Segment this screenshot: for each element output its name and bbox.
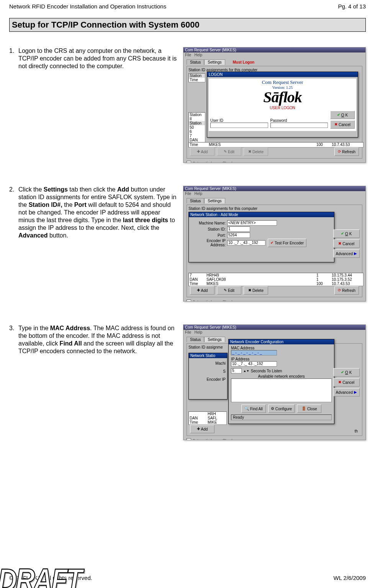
menu-file[interactable]: File — [185, 192, 191, 196]
add-button[interactable]: ✚Add — [190, 147, 215, 156]
crs-logo-text: Com Request Server — [210, 79, 355, 85]
password-label: Password — [270, 118, 328, 123]
cell: DAN — [190, 138, 204, 142]
minus-icon: ✖ — [248, 150, 251, 154]
encoder-ip-input[interactable]: 10 ._7 ._43 ._192 — [227, 240, 265, 246]
auto-logon-label: Automatic Logon Check — [193, 439, 233, 441]
port-input[interactable]: 5264 — [227, 233, 250, 238]
seconds-input[interactable]: 5 — [231, 368, 242, 373]
password-input[interactable] — [270, 123, 328, 128]
auto-logon-checkbox[interactable] — [187, 161, 191, 163]
edit-button[interactable]: ✎Edit — [217, 286, 241, 295]
col-station: Station — [190, 74, 204, 78]
check-icon: ✔ — [337, 113, 340, 117]
check-icon: ✔ — [341, 232, 344, 236]
section-title: Setup for TCP/IP Connection with System … — [9, 18, 366, 32]
close-button[interactable]: 🚪Close — [297, 405, 321, 413]
encoder-ip-label: Encoder IP Address: — [191, 239, 226, 247]
doc-title: Network RFID Encoder Installation and Op… — [9, 3, 166, 10]
delete-button[interactable]: ✖Delete — [244, 286, 268, 295]
dialog-title: Network Statio — [189, 353, 227, 358]
tab-settings[interactable]: Settings — [204, 337, 225, 342]
cancel-button[interactable]: ✖Cancel — [330, 120, 355, 129]
cell: HRH49 — [206, 273, 316, 277]
add-button[interactable]: ✚Add — [190, 425, 215, 433]
menu-help[interactable]: Help — [194, 192, 202, 196]
userid-input[interactable] — [210, 123, 268, 128]
seconds-label: Seconds To Listen — [251, 369, 282, 373]
cell: Station — [190, 121, 204, 125]
tab-status[interactable]: Status — [187, 59, 204, 65]
cell: 1 — [316, 277, 332, 282]
cell: 6 — [190, 129, 204, 134]
available-encoders-list[interactable] — [231, 378, 332, 402]
cell: SAFLOK08 — [206, 277, 316, 282]
auto-logon-checkbox[interactable] — [187, 438, 191, 440]
refresh-button[interactable]: ⟳Refresh — [334, 286, 359, 295]
encoder-config-dialog: Network Encoder Configuration MAC Addres… — [228, 339, 334, 424]
menu-file[interactable]: File — [185, 53, 191, 57]
cancel-button[interactable]: ✖Cancel — [333, 239, 360, 248]
page-number: Pg. 4 of 13 — [338, 3, 366, 10]
cell: 1 — [316, 273, 332, 277]
find-all-button[interactable]: 🔍Find All — [241, 405, 266, 413]
edit-button[interactable]: ✎Edit — [217, 147, 241, 156]
available-encoders-label: Available network encoders — [231, 374, 332, 378]
tab-status[interactable]: Status — [187, 337, 204, 342]
pencil-icon: ✎ — [224, 150, 227, 154]
ip-address-label: IP Address — [231, 357, 332, 361]
cancel-button[interactable]: ✖Cancel — [333, 378, 360, 387]
ok-button[interactable]: ✔OKOK — [333, 229, 360, 238]
mac-address-label: MAC Address — [231, 346, 332, 350]
close-icon: ✖ — [338, 242, 341, 246]
col-time: Time — [190, 78, 204, 82]
machine-name-input[interactable]: <NEW ENTRY> — [227, 220, 277, 226]
plus-icon: ✚ — [197, 150, 200, 154]
cell: DAN — [190, 416, 208, 420]
th-fragment: th — [353, 429, 360, 433]
delete-button[interactable]: ✖Delete — [244, 147, 268, 156]
dialog-title: Network Station - Add Mode — [189, 212, 334, 217]
chevron-right-icon: ▶ — [354, 252, 357, 256]
ip-address-input[interactable]: 10 ._7 ._ 43 ._192 — [231, 361, 277, 367]
encoder-ip-label-fragment: Encoder IP — [190, 377, 226, 382]
refresh-icon: ⟳ — [338, 288, 341, 292]
user-logon-label: USER LOGON — [210, 106, 355, 110]
status-bar: Ready — [231, 414, 332, 420]
tab-settings[interactable]: Settings — [204, 59, 225, 65]
cell: DAN — [190, 277, 206, 282]
advanced-button[interactable]: Advanced▶ — [333, 249, 360, 258]
ok-button[interactable]: ✔OOKK — [330, 111, 355, 119]
footer-date: WL 2/6/2009 — [334, 575, 366, 581]
port-label: Port: — [191, 233, 226, 237]
test-encoder-button[interactable]: ✔Test For Encoder — [268, 239, 306, 247]
cell: 10.175.3.44 — [332, 273, 362, 277]
station-id-label: Station ID: — [191, 227, 226, 231]
close-icon: ✖ — [338, 380, 341, 384]
close-icon: ✖ — [334, 123, 337, 126]
tab-settings[interactable]: Settings — [204, 198, 225, 203]
menu-file[interactable]: File — [185, 330, 191, 334]
mac-address-input[interactable]: _ - _ - _ - _ - _ - _ — [231, 350, 277, 355]
screenshot-step2: Com Request Server (MIKES) File Help Sta… — [183, 186, 366, 301]
menu-help[interactable]: Help — [194, 53, 202, 57]
add-button[interactable]: ✚Add — [190, 286, 215, 295]
window-title: Com Request Server (MIKES) — [183, 325, 365, 330]
machine-name-label: Machine Name: — [191, 221, 226, 225]
configure-button[interactable]: ⚙Configure — [268, 405, 295, 413]
auto-logon-checkbox[interactable] — [187, 300, 191, 301]
plus-icon: ✚ — [197, 427, 200, 431]
cell: HRH — [208, 412, 226, 416]
pencil-icon: ✎ — [224, 288, 227, 292]
menu-help[interactable]: Help — [194, 330, 202, 334]
tab-status[interactable]: Status — [187, 198, 204, 203]
draft-watermark: DRAFT — [0, 569, 81, 588]
search-icon: 🔍 — [244, 407, 249, 411]
must-logon-label: Must Logon — [225, 60, 255, 64]
dialog-title: LOGON — [207, 72, 358, 77]
ok-button[interactable]: ✔OKOK — [333, 368, 360, 377]
station-id-input[interactable]: 1 — [227, 226, 250, 232]
refresh-button[interactable]: ⟳Refresh — [334, 147, 359, 156]
advanced-button[interactable]: Advanced▶ — [333, 388, 360, 396]
screenshot-step1: Com Request Server (MIKES) File Help Sta… — [183, 47, 366, 163]
